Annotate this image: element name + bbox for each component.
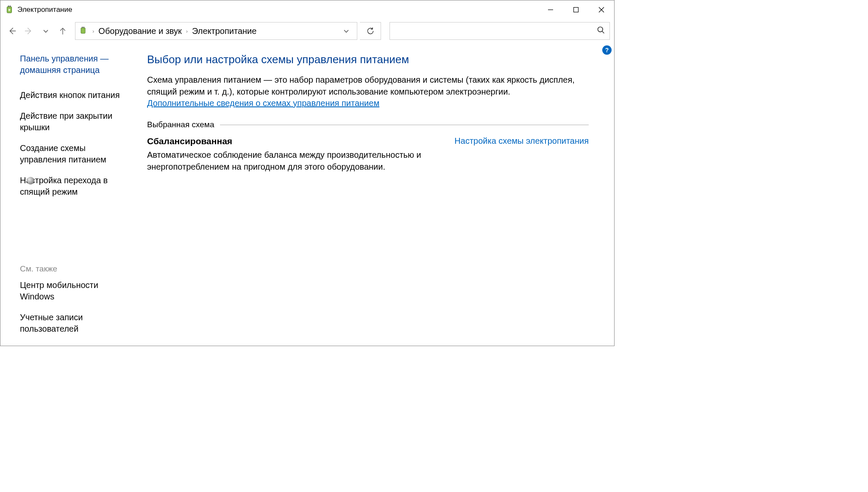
control-panel-home-link[interactable]: Панель управления — домашняя страница [20, 53, 127, 76]
user-accounts-link[interactable]: Учетные записи пользователей [20, 312, 127, 335]
svg-rect-4 [574, 8, 579, 12]
content-area: ? Панель управления — домашняя страница … [0, 43, 614, 346]
window-controls [538, 1, 614, 18]
breadcrumb-hardware-sound[interactable]: Оборудование и звук [98, 26, 181, 36]
breadcrumb-power-options[interactable]: Электропитание [192, 26, 256, 36]
power-options-window: Электропитание [0, 0, 615, 346]
plan-settings-link[interactable]: Настройка схемы электропитания [454, 136, 589, 146]
mobility-center-link[interactable]: Центр мобильности Windows [20, 280, 127, 302]
close-button[interactable] [589, 1, 614, 18]
titlebar: Электропитание [0, 0, 614, 19]
svg-point-13 [598, 27, 603, 32]
up-button[interactable] [56, 24, 70, 38]
sidebar-item-power-buttons[interactable]: Действия кнопок питания [20, 89, 127, 101]
history-dropdown-button[interactable] [39, 24, 53, 38]
section-label: Выбранная схема [147, 120, 214, 129]
page-description: Схема управления питанием — это набор па… [147, 74, 589, 98]
svg-rect-1 [8, 6, 9, 7]
chevron-right-icon[interactable]: › [186, 28, 188, 34]
navigation-bar: › Оборудование и звук › Электропитание [0, 19, 614, 43]
see-also-heading: См. также [20, 264, 127, 274]
window-title: Электропитание [17, 6, 72, 14]
svg-line-14 [602, 31, 604, 34]
refresh-button[interactable] [360, 22, 381, 40]
current-item-bullet-icon [27, 177, 34, 184]
svg-rect-11 [82, 27, 83, 28]
power-plug-icon [79, 26, 88, 36]
sidebar-item-sleep-settings[interactable]: Настройка перехода в спящий режим [20, 175, 127, 198]
plan-description: Автоматическое соблюдение баланса между … [147, 149, 490, 173]
chevron-right-icon[interactable]: › [92, 28, 94, 34]
divider [220, 125, 589, 125]
selected-plan-section-header: Выбранная схема [147, 120, 589, 129]
forward-button[interactable] [22, 24, 36, 38]
search-icon[interactable] [597, 26, 605, 36]
help-button[interactable]: ? [602, 45, 612, 55]
power-plan-row: Сбалансированная Настройка схемы электро… [147, 136, 589, 146]
address-bar[interactable]: › Оборудование и звук › Электропитание [75, 22, 357, 40]
address-dropdown-button[interactable] [339, 24, 353, 38]
more-info-link[interactable]: Дополнительные сведения о схемах управле… [147, 98, 379, 108]
page-title: Выбор или настройка схемы управления пит… [147, 53, 589, 66]
sidebar: Панель управления — домашняя страница Де… [0, 43, 135, 346]
power-plug-icon [5, 5, 14, 14]
sidebar-item-create-plan[interactable]: Создание схемы управления питанием [20, 143, 127, 165]
search-box[interactable] [389, 22, 610, 40]
svg-rect-10 [81, 28, 85, 33]
svg-rect-2 [10, 6, 11, 7]
sidebar-item-lid-close[interactable]: Действие при закрытии крышки [20, 110, 127, 133]
search-input[interactable] [394, 27, 597, 36]
svg-rect-12 [83, 27, 84, 28]
main-panel: Выбор или настройка схемы управления пит… [135, 43, 614, 346]
minimize-button[interactable] [538, 1, 563, 18]
back-button[interactable] [5, 24, 19, 38]
maximize-button[interactable] [563, 1, 589, 18]
plan-name: Сбалансированная [147, 136, 232, 146]
